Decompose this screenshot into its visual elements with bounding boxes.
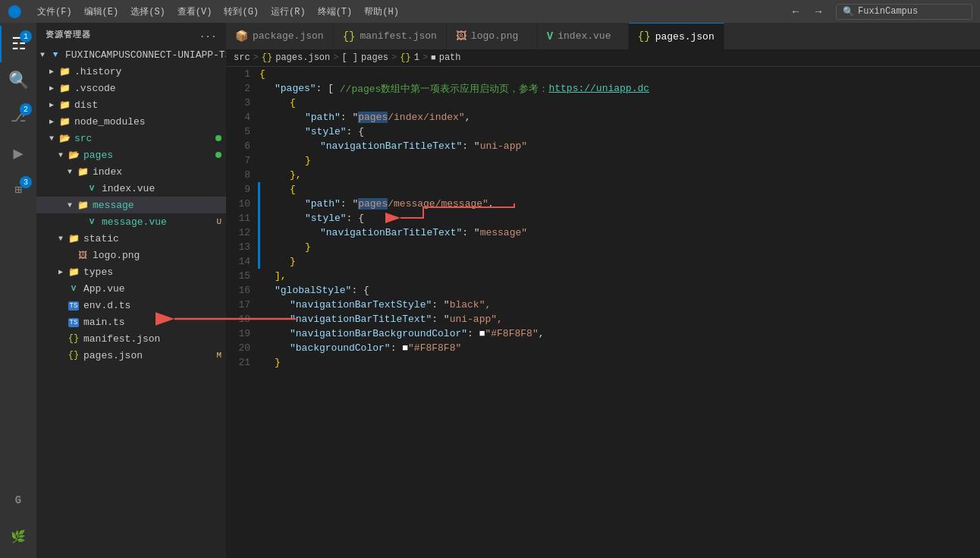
- code-token: "backgroundColor": [290, 342, 391, 354]
- tree-arrow-icon: ▼: [46, 134, 58, 143]
- tree-item-label: dist: [74, 99, 226, 111]
- search-icon: 🔍: [843, 6, 854, 17]
- vscode-logo-icon: ⬤: [8, 4, 21, 19]
- code-line: "navigationBarBackgroundColor": ■"#F8F8F…: [259, 326, 980, 341]
- code-token: pages: [358, 112, 388, 123]
- activity-gitlens[interactable]: 🌿: [0, 519, 36, 555]
- sidebar-item-node-modules[interactable]: ▶ 📁 node_modules: [36, 113, 226, 130]
- code-token: /message/message": [388, 198, 488, 210]
- sidebar-item-main-ts[interactable]: TS main.ts: [36, 314, 226, 330]
- file-type-icon: 📁: [67, 233, 80, 244]
- code-token: :: [391, 342, 403, 354]
- code-line: {: [259, 67, 980, 81]
- extensions-badge: 3: [20, 176, 32, 188]
- code-line: "backgroundColor": ■"#F8F8F8": [259, 341, 980, 355]
- nav-back-button[interactable]: ←: [786, 4, 806, 19]
- sidebar-item-history[interactable]: ▶ 📁 .history: [36, 63, 226, 80]
- code-line: "navigationBarTitleText": "uni-app",: [259, 312, 980, 326]
- activity-source-control[interactable]: ⎇ 2: [0, 99, 36, 135]
- sidebar-item-logo-png[interactable]: 🖼 logo.png: [36, 247, 226, 263]
- sidebar-item-message[interactable]: ▼ 📁 message: [36, 197, 226, 213]
- sidebar-item-pages-json[interactable]: {} pages.json M: [36, 347, 226, 364]
- code-line: "style": {: [259, 211, 980, 225]
- sidebar: 资源管理器 ... ▼ ▼ FUXINCAMPUSCONNECT-UNIAPP-…: [36, 23, 226, 558]
- search-box[interactable]: 🔍 FuxinCampus: [836, 4, 972, 20]
- sidebar-item-vscode[interactable]: ▶ 📁 .vscode: [36, 80, 226, 96]
- code-token: : ": [432, 299, 449, 311]
- menu-item-R[interactable]: 运行(R): [266, 4, 310, 20]
- breadcrumb-obj-icon: {}: [400, 52, 410, 63]
- file-type-icon: ▼: [49, 49, 62, 60]
- activity-bar: ☶ 1 🔍 ⎇ 2 ▶ ⊞ 3 G 🌿: [0, 23, 36, 558]
- tree-arrow-icon: ▼: [55, 235, 67, 243]
- tree-item-label: index: [93, 166, 226, 178]
- tab-icon: V: [547, 30, 553, 43]
- titlebar-right: ← → 🔍 FuxinCampus: [786, 4, 972, 20]
- tab-package-json[interactable]: 📦 package.json: [226, 23, 334, 49]
- sidebar-item-index-vue[interactable]: V index.vue: [36, 180, 226, 197]
- tabs-bar: 📦 package.json {} manifest.json 🖼 logo.p…: [226, 23, 980, 49]
- breadcrumb-file: pages.json: [275, 52, 330, 63]
- modification-indicator: [258, 240, 260, 254]
- line-number: 9: [232, 182, 250, 197]
- sidebar-item-src[interactable]: ▼ 📂 src: [36, 130, 226, 147]
- activity-run[interactable]: ▶: [0, 135, 36, 172]
- sidebar-item-index[interactable]: ▼ 📁 index: [36, 163, 226, 180]
- menu-item-F[interactable]: 文件(F): [33, 4, 77, 20]
- sidebar-item-App-vue[interactable]: V App.vue: [36, 280, 226, 297]
- sidebar-more-icon[interactable]: ...: [199, 30, 217, 39]
- tree-item-label: .vscode: [74, 83, 226, 94]
- tab-label: package.json: [253, 30, 324, 42]
- line-number: 18: [232, 312, 250, 326]
- menu-item-H[interactable]: 帮助(H): [360, 4, 404, 20]
- tab-label: index.vue: [558, 30, 611, 42]
- tree-arrow-icon: ▶: [46, 67, 58, 76]
- sidebar-item-types[interactable]: ▶ 📁 types: [36, 263, 226, 280]
- activity-github[interactable]: G: [0, 482, 36, 519]
- code-token: "globalStyle": [275, 285, 351, 296]
- activity-explorer[interactable]: ☶ 1: [0, 26, 36, 62]
- modified-dot: [215, 152, 221, 158]
- sidebar-item-env-d-ts[interactable]: TS env.d.ts: [36, 297, 226, 314]
- code-token: message: [480, 227, 522, 238]
- tab-logo-png[interactable]: 🖼 logo.png: [447, 23, 538, 49]
- line-number: 2: [232, 81, 250, 96]
- sidebar-item-pages[interactable]: ▼ 📂 pages: [36, 147, 226, 163]
- activity-search[interactable]: 🔍: [0, 62, 36, 99]
- file-type-icon: V: [85, 183, 99, 194]
- main-layout: ☶ 1 🔍 ⎇ 2 ▶ ⊞ 3 G 🌿 资源管理器 ...: [0, 23, 980, 558]
- breadcrumb-src: src: [234, 52, 250, 63]
- sidebar-item-root[interactable]: ▼ ▼ FUXINCAMPUSCONNECT-UNIAPP-TS: [36, 46, 226, 63]
- menu-item-G[interactable]: 转到(G): [219, 4, 263, 20]
- menu-item-S[interactable]: 选择(S): [126, 4, 170, 20]
- code-line: "path": "pages/message/message",: [259, 197, 980, 211]
- sidebar-item-message-vue[interactable]: V message.vue U: [36, 213, 226, 230]
- code-token: }: [305, 155, 311, 166]
- file-type-icon: 📂: [58, 133, 71, 144]
- menu-item-V[interactable]: 查看(V): [173, 4, 217, 20]
- code-editor: 123456789101112131415161718192021 {"page…: [226, 67, 980, 558]
- sidebar-item-dist[interactable]: ▶ 📁 dist: [36, 96, 226, 113]
- file-type-icon: 📁: [76, 200, 90, 211]
- menu-item-E[interactable]: 编辑(E): [80, 4, 124, 20]
- tree-arrow-icon: ▼: [64, 201, 76, 210]
- titlebar-left: ⬤ 文件(F)编辑(E)选择(S)查看(V)转到(G)运行(R)终端(T)帮助(…: [8, 4, 404, 20]
- tab-manifest-json[interactable]: {} manifest.json: [334, 23, 447, 49]
- nav-forward-button[interactable]: →: [809, 4, 828, 19]
- tab-index-vue[interactable]: V index.vue: [538, 23, 629, 49]
- tree-item-label: logo.png: [93, 250, 226, 261]
- code-token: {: [259, 68, 265, 80]
- code-token: "#F8F8F8": [408, 342, 461, 354]
- activity-extensions[interactable]: ⊞ 3: [0, 172, 36, 208]
- tab-pages-json[interactable]: {} pages.json: [629, 23, 724, 49]
- code-token: ,: [488, 198, 495, 210]
- sidebar-item-manifest-json[interactable]: {} manifest.json: [36, 330, 226, 347]
- tree-arrow-icon: ▼: [64, 168, 76, 176]
- sidebar-item-static[interactable]: ▼ 📁 static: [36, 230, 226, 247]
- code-line: "pages": [ //pages数组中第一项表示应用启动页，参考：https…: [259, 81, 980, 96]
- menu-item-T[interactable]: 终端(T): [313, 4, 357, 20]
- tree-item-label: message.vue: [102, 216, 216, 228]
- breadcrumb-array-icon: [ ]: [341, 52, 358, 63]
- tree-item-label: node_modules: [74, 116, 226, 128]
- code-token: ": [521, 227, 527, 238]
